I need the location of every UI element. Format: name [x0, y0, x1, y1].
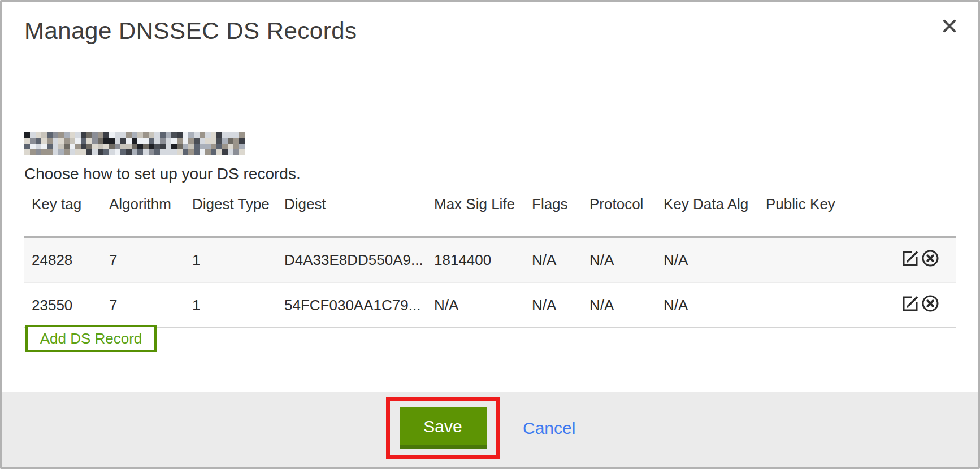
manage-dnssec-modal: Manage DNSSEC DS Records Choose how to s…: [0, 0, 980, 469]
cell-max-sig-life: 1814400: [427, 237, 524, 283]
cell-algorithm: 7: [102, 283, 185, 328]
delete-record-icon[interactable]: [921, 249, 940, 268]
cell-public-key: [758, 237, 894, 283]
cell-key-tag: 23550: [24, 283, 102, 328]
ds-records-table: Key tag Algorithm Digest Type Digest Max…: [24, 191, 956, 328]
close-icon[interactable]: [939, 15, 960, 37]
redacted-domain-name: [24, 132, 245, 155]
page-title: Manage DNSSEC DS Records: [24, 18, 357, 45]
cancel-link[interactable]: Cancel: [523, 419, 575, 438]
col-header-flags: Flags: [524, 191, 582, 237]
cell-actions: [894, 237, 956, 283]
edit-record-icon[interactable]: [901, 249, 920, 268]
col-header-public-key: Public Key: [758, 191, 894, 237]
col-header-digest-type: Digest Type: [185, 191, 277, 237]
red-highlight-annotation: Save: [386, 397, 500, 459]
modal-footer: Save Cancel: [2, 392, 978, 467]
cell-flags: N/A: [524, 237, 582, 283]
col-header-algorithm: Algorithm: [102, 191, 185, 237]
cell-key-data-alg: N/A: [656, 283, 758, 328]
cell-actions: [894, 283, 956, 328]
col-header-key-data-alg: Key Data Alg: [656, 191, 758, 237]
cell-flags: N/A: [524, 283, 582, 328]
delete-record-icon[interactable]: [921, 294, 940, 313]
col-header-digest: Digest: [277, 191, 427, 237]
cell-protocol: N/A: [582, 237, 656, 283]
table-row: 23550 7 1 54FCF030AA1C79... N/A N/A N/A …: [24, 283, 956, 328]
cell-key-tag: 24828: [24, 237, 102, 283]
col-header-protocol: Protocol: [582, 191, 656, 237]
cell-max-sig-life: N/A: [427, 283, 524, 328]
col-header-key-tag: Key tag: [24, 191, 102, 237]
cell-algorithm: 7: [102, 237, 185, 283]
cell-digest-type: 1: [185, 283, 277, 328]
cell-public-key: [758, 283, 894, 328]
col-header-max-sig-life: Max Sig Life: [427, 191, 524, 237]
cell-digest-type: 1: [185, 237, 277, 283]
table-row: 24828 7 1 D4A33E8DD550A9... 1814400 N/A …: [24, 237, 956, 283]
col-header-actions: [894, 191, 956, 237]
cell-key-data-alg: N/A: [656, 237, 758, 283]
edit-record-icon[interactable]: [901, 294, 920, 313]
cell-digest: 54FCF030AA1C79...: [277, 283, 427, 328]
cell-digest: D4A33E8DD550A9...: [277, 237, 427, 283]
save-button[interactable]: Save: [400, 407, 487, 449]
add-ds-record-button[interactable]: Add DS Record: [25, 325, 157, 352]
instruction-text: Choose how to set up your DS records.: [24, 165, 301, 183]
cell-protocol: N/A: [582, 283, 656, 328]
table-header-row: Key tag Algorithm Digest Type Digest Max…: [24, 191, 956, 237]
